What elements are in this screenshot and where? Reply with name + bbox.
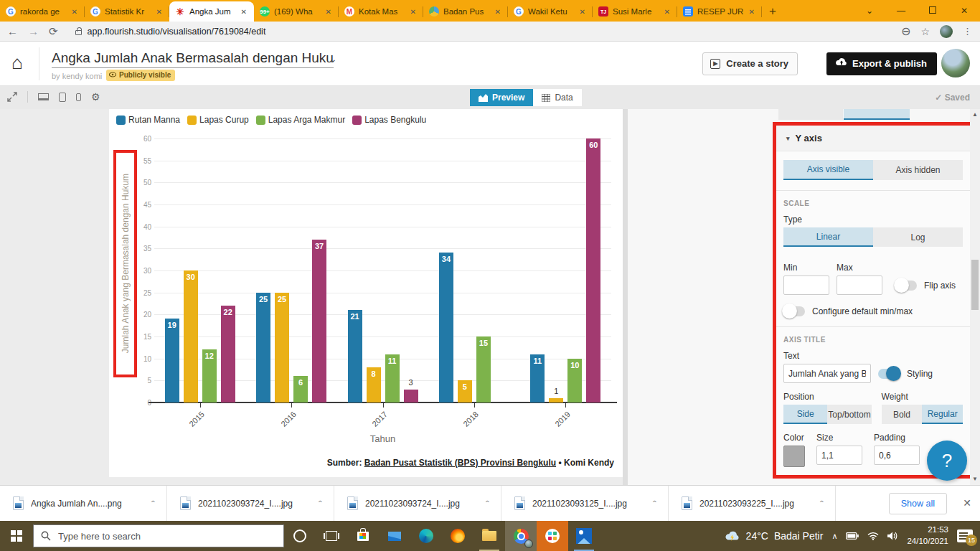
bar-2015-lapas-bengkulu[interactable]: 22 — [221, 306, 235, 402]
flip-axis-toggle[interactable] — [895, 281, 917, 291]
clipped-setting-control[interactable] — [778, 109, 910, 120]
bar-2019-lapas-curup[interactable]: 1 — [549, 398, 563, 402]
tab-preview[interactable]: Preview — [470, 89, 533, 106]
bar-2017-lapas-arga-makmur[interactable]: 11 — [385, 354, 400, 402]
close-button[interactable]: ✕ — [948, 6, 980, 16]
bar-2017-rutan-manna[interactable]: 21 — [348, 310, 362, 402]
desktop-preview-icon[interactable] — [38, 93, 49, 100]
bar-2015-lapas-arga-makmur[interactable]: 12 — [202, 349, 217, 402]
download-item[interactable]: 20211023093724_I....jpg⌃ — [167, 486, 334, 522]
weight-bold-button[interactable]: Bold — [882, 405, 923, 424]
bar-2019-rutan-manna[interactable]: 11 — [530, 354, 545, 402]
tab-close-icon[interactable]: ✕ — [409, 7, 418, 17]
bar-2015-lapas-curup[interactable]: 30 — [184, 270, 198, 402]
scale-linear-button[interactable]: Linear — [783, 227, 873, 247]
position-side-button[interactable]: Side — [783, 405, 827, 424]
scale-log-button[interactable]: Log — [873, 227, 963, 247]
minimize-button[interactable]: — — [885, 6, 917, 16]
clock[interactable]: 21:53 24/10/2021 — [907, 524, 948, 547]
settings-gear-icon[interactable]: ⚙ — [91, 91, 100, 103]
position-topbottom-button[interactable]: Top/bottom — [827, 405, 871, 424]
bar-2017-lapas-curup[interactable]: 8 — [367, 367, 381, 402]
size-input[interactable] — [816, 446, 862, 465]
new-tab-button[interactable]: + — [762, 1, 783, 22]
photos-icon[interactable] — [568, 521, 600, 551]
tablet-preview-icon[interactable] — [59, 93, 66, 102]
tab-close-icon[interactable]: ✕ — [578, 7, 587, 17]
download-options-chevron-icon[interactable]: ⌃ — [150, 499, 156, 507]
chrome-icon[interactable] — [505, 521, 537, 551]
task-view-icon[interactable] — [316, 521, 347, 551]
tab-close-icon[interactable]: ✕ — [155, 7, 164, 17]
download-options-chevron-icon[interactable]: ⌃ — [651, 499, 658, 507]
scrollbar-thumb[interactable] — [971, 260, 979, 310]
axis-visible-button[interactable]: Axis visible — [783, 160, 873, 180]
tab-search-chevron-icon[interactable]: ⌄ — [854, 6, 885, 16]
help-button[interactable]: ? — [927, 441, 967, 481]
section-header-y-axis[interactable]: ▾ Y axis — [776, 126, 970, 151]
start-button[interactable] — [0, 521, 33, 551]
bar-2018-lapas-arga-makmur[interactable]: 15 — [476, 336, 491, 402]
browser-menu-icon[interactable]: ⋮ — [963, 26, 973, 37]
download-options-chevron-icon[interactable]: ⌃ — [317, 499, 324, 507]
tab-close-icon[interactable]: ✕ — [494, 7, 502, 17]
tray-chevron-icon[interactable]: ∧ — [831, 532, 837, 541]
settings-scrollbar[interactable]: ▲ ▼ — [970, 109, 980, 485]
bar-2016-lapas-bengkulu[interactable]: 37 — [312, 240, 326, 402]
browser-tab[interactable]: 99+(169) Wha✕ — [254, 1, 339, 22]
create-story-button[interactable]: ▶ Create a story — [702, 52, 798, 75]
back-button[interactable]: ← — [7, 25, 18, 37]
title-chevron-icon[interactable]: ⌄ — [329, 53, 337, 65]
restore-button[interactable] — [917, 6, 948, 16]
tab-close-icon[interactable]: ✕ — [240, 7, 248, 17]
bar-2017-lapas-bengkulu[interactable]: 3 — [404, 390, 418, 402]
preview-scrollbar[interactable] — [623, 109, 628, 485]
zoom-indicator-icon[interactable]: ⊖ — [901, 24, 910, 38]
tab-close-icon[interactable]: ✕ — [324, 7, 333, 17]
cortana-icon[interactable] — [284, 521, 316, 551]
bar-2019-lapas-bengkulu[interactable]: 60 — [586, 138, 600, 402]
bar-2016-lapas-arga-makmur[interactable]: 6 — [293, 376, 308, 402]
axis-title-text-input[interactable] — [783, 364, 871, 383]
firefox-icon[interactable] — [442, 521, 473, 551]
bar-2019-lapas-arga-makmur[interactable]: 10 — [567, 359, 582, 402]
download-options-chevron-icon[interactable]: ⌃ — [819, 499, 825, 507]
download-item[interactable]: 20211023093125_I....jpg⌃ — [501, 486, 669, 522]
download-item[interactable]: 20211023093724_I....jpg⌃ — [334, 486, 501, 522]
download-item[interactable]: 20211023093225_I....jpg⌃ — [669, 486, 836, 522]
bar-2018-lapas-curup[interactable]: 5 — [458, 380, 472, 402]
fullscreen-icon[interactable] — [7, 92, 17, 102]
home-icon[interactable]: ⌂ — [11, 52, 23, 74]
bar-2015-rutan-manna[interactable]: 19 — [165, 319, 179, 402]
taskbar-search-box[interactable]: Type here to search — [33, 524, 284, 547]
microsoft-store-icon[interactable] — [347, 521, 379, 551]
scroll-up-icon[interactable]: ▲ — [970, 109, 980, 121]
color-swatch[interactable] — [783, 446, 805, 467]
download-item[interactable]: Angka Jumlah An....png⌃ — [0, 486, 167, 522]
axis-hidden-button[interactable]: Axis hidden — [873, 160, 963, 180]
max-input[interactable] — [837, 276, 882, 295]
mail-icon[interactable] — [379, 521, 410, 551]
tab-data[interactable]: Data — [533, 89, 581, 106]
configure-minmax-toggle[interactable] — [783, 306, 805, 316]
bar-2018-rutan-manna[interactable]: 34 — [439, 253, 453, 402]
weather-widget[interactable]: 24°C Badai Petir — [725, 530, 824, 542]
address-bar[interactable]: app.flourish.studio/visualisation/761908… — [68, 24, 891, 39]
reload-button[interactable]: ⟳ — [49, 25, 58, 38]
file-explorer-icon[interactable] — [473, 521, 505, 551]
browser-tab[interactable]: Badan Pus✕ — [423, 1, 508, 22]
browser-tab[interactable]: RESEP JUR✕ — [677, 1, 762, 22]
edge-icon[interactable] — [410, 521, 442, 551]
visualisation-title[interactable]: Angka Jumlah Anak Bermasalah dengan Huku — [52, 50, 334, 68]
weight-regular-button[interactable]: Regular — [922, 405, 963, 424]
bar-2016-lapas-curup[interactable]: 25 — [275, 293, 289, 402]
tab-close-icon[interactable]: ✕ — [748, 7, 756, 17]
bookmark-star-icon[interactable]: ☆ — [920, 26, 930, 37]
bar-2016-rutan-manna[interactable]: 25 — [256, 293, 270, 402]
browser-profile-avatar[interactable] — [940, 25, 953, 38]
wifi-icon[interactable] — [867, 532, 879, 540]
speaker-icon[interactable] — [887, 532, 898, 540]
browser-tab[interactable]: GStatistik Kr✕ — [85, 1, 169, 22]
tab-close-icon[interactable]: ✕ — [70, 7, 79, 17]
scroll-down-icon[interactable]: ▼ — [970, 474, 980, 485]
